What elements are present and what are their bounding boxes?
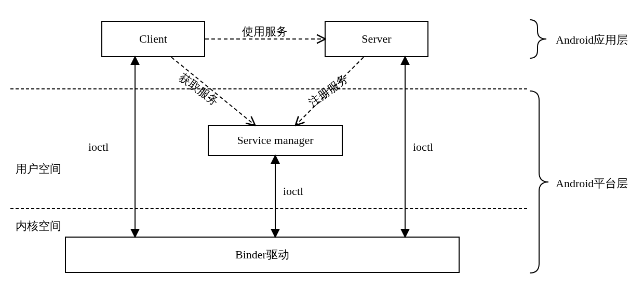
app-layer-label: Android应用层 bbox=[556, 32, 628, 48]
register-service-label: 注册服务 bbox=[305, 71, 352, 110]
client-label: Client bbox=[139, 32, 167, 46]
binder-driver-box: Binder驱动 bbox=[65, 237, 460, 273]
service-manager-box: Service manager bbox=[208, 125, 343, 156]
ioctl-right-label: ioctl bbox=[413, 140, 433, 154]
use-service-label: 使用服务 bbox=[242, 24, 288, 40]
separator-bottom bbox=[10, 208, 527, 209]
brace-app-layer bbox=[530, 20, 546, 58]
platform-layer-label: Android平台层 bbox=[556, 176, 628, 191]
ioctl-mid-label: ioctl bbox=[283, 185, 303, 198]
client-box: Client bbox=[101, 21, 205, 57]
binder-driver-label: Binder驱动 bbox=[235, 247, 289, 263]
kernel-space-label: 内核空间 bbox=[16, 218, 61, 234]
service-manager-label: Service manager bbox=[237, 134, 313, 147]
server-box: Server bbox=[325, 21, 428, 57]
brace-platform-layer bbox=[530, 91, 548, 273]
server-label: Server bbox=[361, 32, 391, 46]
user-space-label: 用户空间 bbox=[16, 161, 61, 177]
separator-top bbox=[10, 88, 527, 89]
ioctl-left-label: ioctl bbox=[88, 140, 109, 154]
